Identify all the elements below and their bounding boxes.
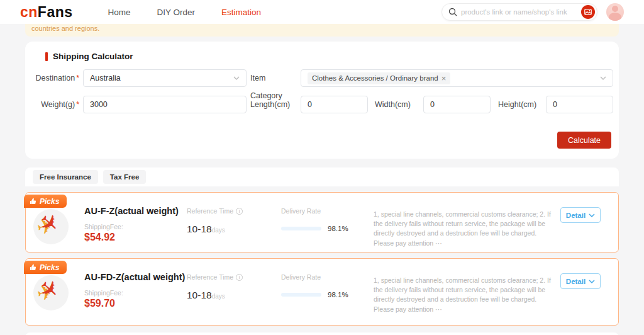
delivery-rate-value: 98.1% [328, 225, 348, 232]
chevron-down-icon [600, 76, 606, 80]
destination-select[interactable]: Australia [83, 69, 247, 87]
width-field [423, 96, 491, 113]
picks-badge: Picks [24, 195, 67, 208]
image-icon [584, 8, 592, 16]
weight-field [83, 96, 247, 113]
width-label: Width(cm) [375, 96, 419, 113]
detail-button-label: Detail [566, 278, 586, 285]
channel-note: 1, special line channels, commercial cus… [374, 276, 551, 314]
length-input[interactable] [308, 100, 361, 109]
shipping-option-card: Picks ✈ ✈ AU-FD-Z(actual weight) Shippin… [25, 258, 619, 326]
category-tag: Clothes & Accessories / Ordinary brand × [308, 72, 450, 84]
avatar-person-icon [612, 6, 618, 12]
reference-time-column: Reference Time i 10-18days [187, 273, 243, 301]
reference-time-value: 10-18days [187, 290, 243, 301]
notice-banner: countries and regions. [25, 24, 619, 37]
category-tag-text: Clothes & Accessories / Ordinary brand [312, 74, 438, 82]
weight-input[interactable] [90, 100, 240, 109]
delivery-rate-bar [281, 227, 321, 230]
info-icon[interactable]: i [236, 208, 243, 215]
section-title-row: Shipping Calculator [45, 52, 133, 61]
chevron-down-icon [589, 213, 595, 217]
picks-badge-text: Picks [40, 263, 59, 272]
reference-time-value: 10-18days [187, 224, 243, 235]
thumbs-up-icon [30, 264, 36, 271]
shipping-fee-label: ShippingFee: [84, 223, 179, 230]
length-field [301, 96, 368, 113]
calculate-button[interactable]: Calculate [557, 132, 611, 149]
delivery-rate-label: Delivery Rate [281, 273, 321, 281]
picks-badge: Picks [24, 261, 67, 274]
line-info-column: AU-F-Z(actual weight) ShippingFee: $54.9… [84, 206, 179, 243]
search-icon [448, 8, 457, 16]
reference-time-column: Reference Time i 10-18days [187, 207, 243, 235]
image-search-button[interactable] [581, 5, 595, 19]
cnfans-logo[interactable]: cnFans [20, 4, 73, 21]
shipping-line-name: AU-FD-Z(actual weight) [84, 272, 185, 282]
airline-icon: ✈ ✈ [33, 275, 69, 310]
delivery-rate-column: Delivery Rate 98.1% [281, 273, 348, 298]
shipping-option-card: Picks ✈ ✈ AU-F-Z(actual weight) Shipping… [25, 192, 619, 253]
nav-item-home[interactable]: Home [108, 8, 131, 17]
shipping-fee-value: $59.70 [84, 298, 185, 309]
delivery-rate-bar [281, 293, 321, 297]
tab-free-insurance[interactable]: Free Insurance [33, 170, 98, 184]
chevron-down-icon [589, 280, 595, 283]
destination-label: Destination* [25, 69, 79, 87]
shipping-fee-label: ShippingFee: [84, 289, 185, 297]
logo-text-fans: Fans [38, 4, 73, 20]
height-field [546, 96, 613, 113]
delivery-rate-value: 98.1% [328, 291, 348, 298]
search-input[interactable] [461, 8, 581, 16]
item-category-select[interactable]: Clothes & Accessories / Ordinary brand × [301, 69, 613, 87]
title-accent-bar [45, 52, 48, 61]
shipping-calculator-panel: Shipping Calculator Destination* Austral… [25, 42, 619, 159]
detail-button-label: Detail [566, 212, 586, 219]
width-input[interactable] [430, 100, 484, 109]
next-section-edge [25, 332, 619, 335]
delivery-rate-column: Delivery Rate 98.1% [281, 207, 348, 232]
required-asterisk: * [76, 74, 79, 82]
reference-time-label: Reference Time [187, 207, 233, 215]
main-nav: Home DIY Order Estimation [108, 8, 262, 17]
search-bar[interactable] [441, 3, 597, 21]
weight-label: Weight(g)* [25, 96, 79, 113]
logo-text-cn: cn [20, 4, 38, 20]
height-label: Height(cm) [498, 96, 543, 113]
required-asterisk: * [76, 100, 79, 109]
shipping-line-name: AU-F-Z(actual weight) [84, 206, 179, 216]
nav-item-estimation[interactable]: Estimation [221, 8, 261, 17]
shipping-fee-value: $54.92 [84, 232, 179, 243]
delivery-rate-label: Delivery Rate [281, 207, 321, 215]
info-icon[interactable]: i [236, 274, 243, 281]
section-title: Shipping Calculator [53, 52, 133, 61]
reference-time-label: Reference Time [187, 273, 233, 281]
tab-tax-free[interactable]: Tax Free [103, 170, 146, 184]
line-info-column: AU-FD-Z(actual weight) ShippingFee: $59.… [84, 272, 185, 309]
notice-banner-text: countries and regions. [31, 25, 99, 32]
days-unit: days [212, 293, 225, 300]
results-filter-bar: Free Insurance Tax Free [25, 168, 619, 186]
channel-note: 1, special line channels, commercial cus… [374, 210, 551, 248]
detail-button[interactable]: Detail [560, 273, 601, 289]
nav-item-diy-order[interactable]: DIY Order [157, 8, 196, 17]
destination-value: Australia [90, 74, 121, 82]
length-label: Length(cm) [250, 96, 296, 113]
height-input[interactable] [553, 100, 606, 109]
top-navbar: cnFans Home DIY Order Estimation [0, 0, 644, 24]
days-unit: days [212, 227, 225, 234]
picks-badge-text: Picks [40, 197, 59, 206]
user-avatar[interactable] [606, 3, 624, 21]
airline-icon: ✈ ✈ [33, 209, 69, 244]
detail-button[interactable]: Detail [560, 207, 601, 223]
chevron-down-icon [233, 76, 240, 80]
thumbs-up-icon [30, 198, 36, 205]
remove-tag-icon[interactable]: × [441, 74, 447, 82]
